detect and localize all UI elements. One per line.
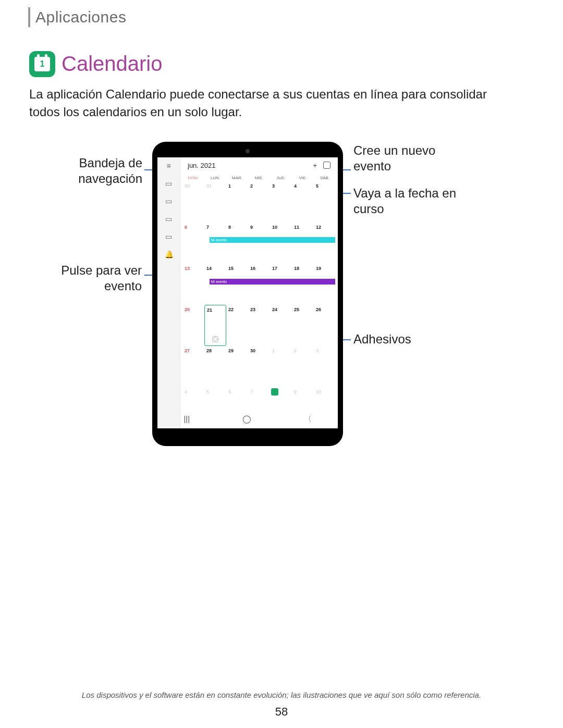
page-title: Calendario: [62, 52, 162, 76]
weekday-header: DOM.LUN.MAR.MIÉ.JUE.VIE.SÁB.: [180, 172, 338, 181]
bell-icon[interactable]: 🔔: [165, 250, 173, 258]
sticker-icon[interactable]: [212, 336, 218, 342]
weekday-label: SÁB.: [314, 176, 336, 180]
month-grid[interactable]: Mi evento Mi evento 30311234567891011121…: [180, 181, 338, 428]
day-cell[interactable]: 9: [248, 223, 270, 264]
back-icon[interactable]: 〈: [304, 414, 312, 424]
day-cell[interactable]: 8: [226, 223, 248, 264]
menu-icon[interactable]: ≡: [165, 162, 173, 170]
day-cell[interactable]: 30: [248, 346, 270, 387]
callout-tap-event: Pulse para ver evento: [52, 263, 142, 294]
section-title: Aplicaciones: [35, 8, 126, 26]
day-cell[interactable]: 28: [204, 346, 226, 387]
day-cell[interactable]: 30: [182, 181, 204, 223]
day-cell[interactable]: 17: [270, 264, 292, 305]
day-cell[interactable]: 2: [292, 346, 314, 387]
footnote: Los dispositivos y el software están en …: [0, 690, 563, 699]
day-cell[interactable]: 6: [182, 223, 204, 264]
calendar-main: jun. 2021 + DOM.LUN.MAR.MIÉ.JUE.VIE.SÁB.…: [180, 157, 338, 428]
recent-apps-icon[interactable]: |||: [183, 414, 190, 424]
day-cell[interactable]: 19: [314, 264, 336, 305]
day-cell[interactable]: 3: [314, 346, 336, 387]
callout-new-event: Cree un nuevo evento: [353, 143, 458, 174]
weekday-label: JUE.: [270, 176, 292, 180]
day-cell[interactable]: 5: [314, 181, 336, 223]
page-number: 58: [0, 705, 563, 719]
calendar-icon: 1: [34, 57, 50, 71]
day-cell[interactable]: 20: [182, 305, 204, 346]
day-cell[interactable]: 23: [248, 305, 270, 346]
tablet-frame: ≡ ▭ ▭ ▭ ▭ 🔔 jun. 2021 + DOM.LUN.MAR.MIÉ.…: [152, 142, 343, 446]
callout-nav-tray: Bandeja de navegación: [59, 155, 142, 187]
day-cell[interactable]: 29: [226, 346, 248, 387]
day-cell[interactable]: 1: [270, 346, 292, 387]
day-cell[interactable]: 16: [248, 264, 270, 305]
weekday-label: LUN.: [204, 176, 226, 180]
day-cell[interactable]: 3: [270, 181, 292, 223]
section-indicator: [28, 7, 30, 27]
day-cell[interactable]: 15: [226, 264, 248, 305]
calendar-schedule-icon[interactable]: ▭: [165, 232, 173, 241]
today-icon[interactable]: [323, 162, 331, 169]
day-cell[interactable]: 1: [226, 181, 248, 223]
day-cell[interactable]: 10: [270, 223, 292, 264]
calendar-month-icon[interactable]: ▭: [165, 179, 173, 188]
home-icon[interactable]: ◯: [242, 414, 251, 424]
day-cell[interactable]: 18: [292, 264, 314, 305]
day-cell[interactable]: 21: [204, 305, 226, 346]
callout-stickers: Adhesivos: [353, 331, 458, 347]
callout-go-today: Vaya a la fecha en curso: [353, 186, 468, 217]
weekday-label: VIE.: [292, 176, 314, 180]
day-cell[interactable]: 2: [248, 181, 270, 223]
screen: ≡ ▭ ▭ ▭ ▭ 🔔 jun. 2021 + DOM.LUN.MAR.MIÉ.…: [157, 157, 338, 428]
calendar-topbar: jun. 2021 +: [180, 157, 338, 172]
android-nav-bar: ||| ◯ 〈: [157, 414, 338, 424]
weekday-label: MAR.: [226, 176, 248, 180]
calendar-day-icon[interactable]: ▭: [165, 215, 173, 223]
day-cell[interactable]: 22: [226, 305, 248, 346]
day-cell[interactable]: 24: [270, 305, 292, 346]
day-cell[interactable]: 12: [314, 223, 336, 264]
day-cell[interactable]: 26: [314, 305, 336, 346]
calendar-week-icon[interactable]: ▭: [165, 197, 173, 205]
day-cell[interactable]: 25: [292, 305, 314, 346]
day-cell[interactable]: 4: [292, 181, 314, 223]
today-marker: [271, 388, 278, 396]
rail-sidebar: ≡ ▭ ▭ ▭ ▭ 🔔: [157, 157, 180, 428]
day-cell[interactable]: 7: [204, 223, 226, 264]
day-cell[interactable]: 13: [182, 264, 204, 305]
weekday-label: DOM.: [182, 176, 204, 180]
day-cell[interactable]: 27: [182, 346, 204, 387]
weekday-label: MIÉ.: [248, 176, 270, 180]
camera-dot: [246, 149, 250, 153]
page-description: La aplicación Calendario puede conectars…: [29, 85, 488, 120]
day-cell[interactable]: 14: [204, 264, 226, 305]
add-event-icon[interactable]: +: [313, 162, 317, 169]
day-cell[interactable]: 31: [204, 181, 226, 223]
month-label[interactable]: jun. 2021: [188, 162, 216, 169]
day-cell[interactable]: 11: [292, 223, 314, 264]
calendar-app-icon: 1: [29, 51, 55, 77]
